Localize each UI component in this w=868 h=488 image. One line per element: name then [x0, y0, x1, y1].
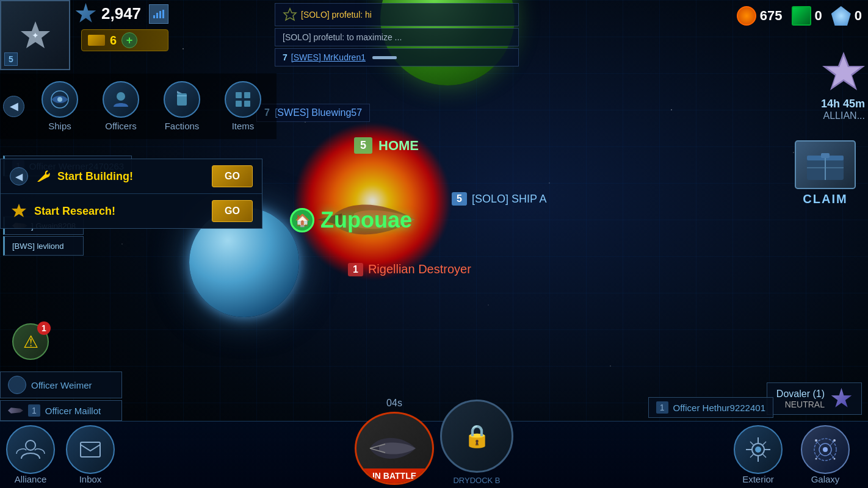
- svg-text:✦: ✦: [32, 30, 39, 40]
- gold-area: 6 +: [81, 29, 168, 51]
- alliance-timer: 14h 45m: [821, 98, 868, 110]
- research-row: Start Research! GO: [1, 193, 262, 228]
- ships-icon: [42, 81, 78, 118]
- dovaler-status: NEUTRAL: [776, 400, 825, 409]
- drydock-box[interactable]: 🔒: [440, 400, 513, 473]
- crystal-value: 0: [815, 8, 822, 24]
- ship-a-label-area: 5 [SOLO] SHIP A: [452, 192, 547, 206]
- svg-point-39: [823, 447, 828, 452]
- dovaler-panel: Dovaler (1) NEUTRAL: [767, 382, 862, 415]
- build-title: Start Building!: [57, 170, 206, 183]
- nav-ships[interactable]: Ships: [29, 76, 90, 136]
- galaxy-icon: [810, 434, 841, 465]
- navigation-bar: ◀ Ships Officers Factions: [0, 73, 277, 139]
- svg-point-28: [755, 447, 761, 453]
- alliance-panel[interactable]: 14h 45m ALLIAN...: [789, 49, 868, 121]
- dovaler-star-icon: [831, 388, 852, 409]
- hethur-name: Officer Hethur9222401: [673, 403, 766, 413]
- alliance-button[interactable]: [6, 425, 55, 474]
- nav-factions[interactable]: Factions: [151, 76, 212, 136]
- claim-label: CLAIM: [803, 192, 847, 206]
- claim-crate-icon: [795, 140, 856, 189]
- home-num: 5: [354, 137, 372, 154]
- alliance-star-icon: [819, 49, 868, 98]
- crystal-icon: [792, 6, 811, 26]
- wrench-icon: [34, 168, 51, 185]
- svg-line-33: [750, 442, 754, 445]
- resources-bar: 675 0 0: [737, 6, 862, 26]
- rank-icon: [75, 3, 96, 24]
- hethur-num-badge: 1: [656, 401, 668, 414]
- battle-ship-svg: [367, 427, 422, 470]
- destroyer-num: 1: [348, 263, 363, 276]
- alert-badge[interactable]: ⚠ 1: [12, 323, 49, 360]
- inbox-button[interactable]: [66, 425, 115, 474]
- dilithium-value: 0: [855, 8, 862, 24]
- nav-officers-label: Officers: [105, 121, 136, 131]
- alliance-nav-item[interactable]: Alliance: [6, 425, 55, 484]
- svg-point-10: [117, 92, 125, 101]
- xp-value: 2,947: [101, 4, 141, 23]
- svg-rect-14: [236, 101, 242, 107]
- svg-rect-12: [236, 92, 242, 98]
- svg-rect-2: [153, 15, 155, 18]
- inbox-icon: [77, 436, 104, 463]
- bluewing-name: [SWES] Bluewing57: [275, 107, 362, 118]
- build-back-button[interactable]: ◀: [10, 167, 28, 185]
- gold-value: 6: [110, 34, 117, 48]
- alliance-name: ALLIAN...: [823, 110, 868, 121]
- battle-timer: 04s: [386, 398, 402, 409]
- nav-officers[interactable]: Officers: [90, 76, 151, 136]
- claim-box[interactable]: CLAIM: [789, 140, 862, 206]
- chat-msg-2: [SOLO] profetul: to maximize ...: [283, 32, 402, 42]
- galaxy-nav-item[interactable]: Galaxy: [792, 422, 859, 487]
- notif-bws: [BWS] levliond: [3, 236, 84, 256]
- home-text: HOME: [378, 138, 419, 154]
- nav-items-label: Items: [232, 121, 255, 131]
- svg-line-34: [762, 454, 766, 458]
- exterior-nav-item[interactable]: Exterior: [725, 422, 792, 487]
- officer-maillot-notif: 1 Officer Maillot: [0, 400, 122, 421]
- ship-a-text: [SOLO] SHIP A: [472, 193, 547, 206]
- chat-msg-3: [SWES] MrKudren1: [291, 52, 366, 62]
- alliance-nav-label: Alliance: [15, 474, 47, 484]
- svg-rect-15: [244, 101, 250, 107]
- officer-weimer-name: Officer Weimer: [31, 380, 92, 390]
- svg-point-25: [26, 440, 35, 450]
- add-gold-button[interactable]: +: [121, 32, 137, 48]
- exterior-button[interactable]: [734, 425, 783, 474]
- dovaler-info: Dovaler (1) NEUTRAL: [776, 389, 825, 409]
- drydock-label: DRYDOCK B: [453, 476, 500, 485]
- nav-items[interactable]: Items: [212, 76, 273, 136]
- build-panel: ◀ Start Building! GO Start Research! GO: [0, 159, 262, 229]
- avatar-area[interactable]: ✦ 5: [0, 0, 70, 70]
- lock-icon: 🔒: [463, 423, 491, 449]
- bottom-left-nav: Alliance Inbox: [0, 425, 121, 484]
- bottom-officer-row: Officer Weimer 1 Officer Maillot: [0, 371, 122, 421]
- svg-line-42: [816, 453, 821, 459]
- research-icon: [10, 202, 28, 220]
- chat-bar-3: [372, 56, 397, 59]
- galaxy-button[interactable]: [801, 425, 850, 474]
- weimer-ship-icon: [8, 376, 26, 394]
- svg-marker-17: [284, 9, 296, 20]
- hethur-notif: 1 Officer Hethur9222401: [648, 397, 773, 418]
- research-go-button[interactable]: GO: [212, 200, 253, 222]
- nav-ships-label: Ships: [48, 121, 71, 131]
- planet-label-area[interactable]: 🏠 Zupouae: [290, 207, 412, 233]
- exterior-nav-label: Exterior: [742, 474, 774, 484]
- inbox-nav-item[interactable]: Inbox: [66, 425, 115, 484]
- battle-area: 04s IN BATTLE 🔒 DRYDOCK B: [355, 398, 513, 488]
- dilithium-icon: [831, 6, 851, 26]
- battle-ship-box[interactable]: IN BATTLE: [355, 412, 434, 485]
- chat-item-1: [SOLO] profetul: hi: [275, 3, 519, 26]
- nav-back-button[interactable]: ◀: [3, 96, 24, 117]
- svg-point-9: [57, 97, 62, 102]
- ship-a-num: 5: [452, 192, 467, 206]
- build-go-button[interactable]: GO: [212, 165, 253, 187]
- crystal-resource: 0: [792, 6, 822, 26]
- graph-icon[interactable]: [149, 4, 168, 24]
- officer-maillot-name: Officer Maillot: [45, 406, 101, 416]
- research-title: Start Research!: [34, 205, 206, 218]
- alliance-icon: [15, 434, 46, 465]
